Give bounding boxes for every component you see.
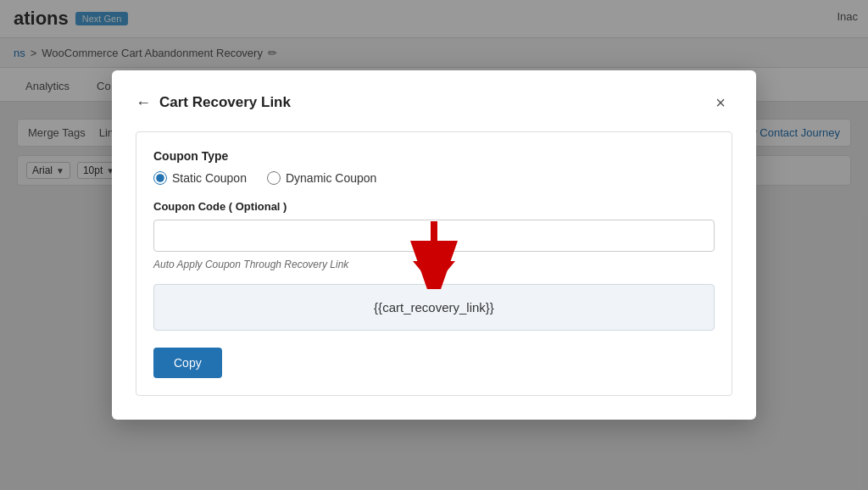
modal-header: ← Cart Recovery Link × (136, 91, 732, 114)
coupon-code-label: Coupon Code ( Optional ) (153, 200, 715, 213)
cart-recovery-modal: ← Cart Recovery Link × Coupon Type Stati… (112, 70, 756, 420)
static-coupon-radio[interactable] (153, 171, 167, 185)
dynamic-coupon-radio[interactable] (267, 171, 281, 185)
static-coupon-option[interactable]: Static Coupon (153, 171, 247, 185)
modal-title: Cart Recovery Link (159, 94, 700, 111)
dynamic-coupon-label: Dynamic Coupon (286, 171, 376, 185)
modal-back-button[interactable]: ← (136, 94, 151, 112)
static-coupon-label: Static Coupon (172, 171, 247, 185)
modal-close-button[interactable]: × (709, 91, 732, 114)
modal-body: Coupon Type Static Coupon Dynamic Coupon… (136, 131, 732, 396)
coupon-hint-text: Auto Apply Coupon Through Recovery Link (153, 259, 715, 270)
dynamic-coupon-option[interactable]: Dynamic Coupon (267, 171, 376, 185)
coupon-type-label: Coupon Type (153, 149, 715, 163)
modal-overlay: ← Cart Recovery Link × Coupon Type Stati… (0, 0, 868, 490)
coupon-type-radio-group: Static Coupon Dynamic Coupon (153, 171, 715, 185)
recovery-link-box: {{cart_recovery_link}} (153, 284, 715, 331)
coupon-code-input[interactable] (153, 220, 715, 252)
recovery-link-value: {{cart_recovery_link}} (374, 300, 494, 315)
copy-button[interactable]: Copy (153, 348, 222, 378)
